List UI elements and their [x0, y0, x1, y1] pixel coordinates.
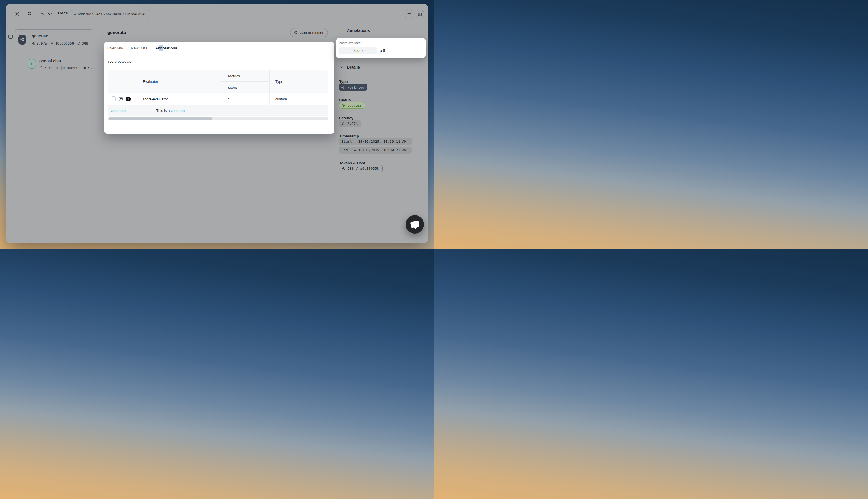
status-badge: success: [339, 102, 365, 109]
panel-icon: [416, 10, 424, 18]
add-to-testset-button[interactable]: Add to testset: [290, 28, 328, 37]
topbar: Trace # 1cbb70e7-34a1-7bb7-3498-771b7d46…: [6, 4, 428, 23]
minus-icon: [10, 37, 11, 37]
timestamp-label: Timestamp: [339, 134, 359, 138]
chat-bubble-icon: [410, 221, 419, 228]
trace-id-badge[interactable]: # 1cbb70e7-34a1-7bb7-3498-771b7d46d942: [71, 10, 150, 18]
col-subheader-score: score: [221, 82, 269, 93]
tab-annotations[interactable]: Annotations: [155, 42, 177, 54]
stopwatch-icon: [39, 66, 43, 70]
latency-badge: 2.97s: [339, 120, 361, 127]
table-row[interactable]: 1 score-evaluator 5 custom: [108, 93, 328, 105]
prev-chevron-up-icon[interactable]: [39, 11, 44, 16]
coins-icon: [50, 41, 54, 45]
type-label: Type: [339, 80, 348, 84]
collapse-fullscreen-icon[interactable]: [27, 11, 32, 16]
cell-type: custom: [269, 93, 328, 105]
comment-icon[interactable]: [118, 96, 123, 101]
table-header-row: Evaluator Metrics score Type: [108, 70, 328, 93]
page-title: Trace: [57, 11, 68, 15]
plus-circle-icon: [77, 41, 81, 45]
sparkles-icon: [28, 59, 36, 69]
workflow-icon: [341, 85, 345, 89]
comment-count-badge: 1: [126, 97, 131, 101]
col-header-type: Type: [269, 70, 328, 93]
status-label: Status: [339, 98, 351, 102]
active-tab-indicator: [155, 53, 177, 54]
trace-modal: Trace # 1cbb70e7-34a1-7bb7-3498-771b7d46…: [6, 4, 428, 243]
chevron-down-icon: [339, 28, 343, 32]
tree-node-generate[interactable]: generate 2.97s $0.000558 388: [15, 29, 94, 51]
chat-support-button[interactable]: [406, 215, 424, 234]
workflow-icon: [19, 35, 26, 45]
span-tree-panel: generate 2.97s $0.000558 388: [6, 23, 102, 243]
cell-evaluator: score-evaluator: [137, 93, 221, 105]
stopwatch-icon: [341, 122, 345, 125]
evaluator-section-title: score-evaluator: [108, 59, 133, 63]
timestamp-start-badge: Start – 15/05/2025, 10:39:18 AM: [339, 138, 412, 145]
coins-icon: [56, 66, 59, 70]
stopwatch-icon: [32, 41, 35, 45]
score-metric-mean: μ 5: [377, 47, 388, 54]
close-icon[interactable]: [14, 11, 20, 17]
plus-circle-icon: [342, 167, 346, 171]
database-icon: [294, 31, 298, 35]
delete-trace-button[interactable]: [405, 10, 413, 19]
score-metric-name[interactable]: score: [339, 47, 377, 54]
annotation-score-card: score-evaluator score μ 5: [336, 38, 426, 58]
comment-key: comment: [108, 105, 152, 116]
next-chevron-down-icon[interactable]: [47, 11, 52, 17]
comment-expansion-row: comment This is a comment: [108, 105, 328, 116]
details-sidebar: Annotations score-evaluator score μ 5 De…: [335, 23, 428, 243]
node-cost: $0.000558: [56, 66, 80, 70]
node-name: generate: [32, 34, 48, 38]
annotations-spotlight-card: Overview Raw Data Annotations score-eval…: [104, 42, 335, 134]
details-section-header[interactable]: Details: [339, 65, 360, 70]
type-badge: workflow: [339, 84, 367, 90]
comment-value: This is a comment: [152, 105, 328, 116]
chevron-down-icon: [339, 65, 343, 69]
tabs-bar: Overview Raw Data Annotations: [104, 42, 335, 54]
node-latency: 2.7s: [39, 66, 52, 70]
node-cost: $0.000558: [50, 41, 74, 46]
horizontal-scrollbar-thumb[interactable]: [108, 117, 212, 120]
minus-icon: [112, 99, 114, 99]
cell-score: 5: [221, 93, 269, 105]
node-tokens: 388: [77, 41, 88, 46]
tokens-cost-label: Tokens & Cost: [339, 161, 365, 165]
toggle-sidebar-button[interactable]: [415, 10, 424, 19]
tree-collapse-toggle[interactable]: [8, 35, 13, 39]
score-metric-control: score μ 5: [339, 47, 388, 54]
horizontal-scrollbar-track[interactable]: [108, 117, 328, 120]
col-header-metrics: Metrics: [221, 70, 269, 82]
tree-node-openai-chat[interactable]: openai.chat 2.7s $0.000558 388: [22, 59, 99, 77]
latency-label: Latency: [339, 116, 353, 120]
annotations-section-header[interactable]: Annotations: [339, 28, 370, 33]
annotation-evaluator-label: score-evaluator: [339, 41, 361, 45]
trash-icon: [405, 10, 413, 18]
col-header-evaluator: Evaluator: [137, 70, 221, 93]
annotations-table: Evaluator Metrics score Type 1: [108, 70, 328, 116]
node-name: openai.chat: [39, 59, 61, 63]
tab-overview[interactable]: Overview: [107, 42, 123, 54]
tab-raw-data[interactable]: Raw Data: [131, 42, 147, 54]
timestamp-end-badge: End – 15/05/2025, 10:39:21 AM: [339, 147, 412, 154]
span-title: generate: [107, 30, 126, 35]
node-tokens: 388: [83, 66, 94, 70]
node-latency: 2.97s: [32, 41, 47, 46]
plus-circle-icon: [83, 66, 86, 70]
check-circle-icon: [341, 104, 345, 107]
tokens-cost-badge: 388 / $0.000558: [339, 165, 383, 172]
collapse-row-checkbox[interactable]: [111, 96, 116, 101]
